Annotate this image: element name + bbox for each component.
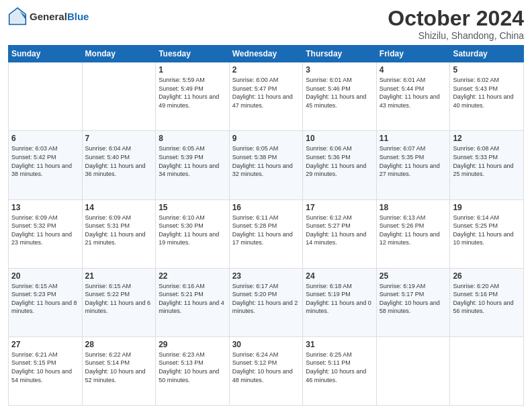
sunrise-text: Sunrise: 6:14 AM [453,214,521,222]
sunset-text: Sunset: 5:39 PM [159,153,226,162]
col-friday: Friday [376,46,450,62]
day-number: 13 [11,203,79,212]
daylight-text: Daylight: 10 hours and 52 minutes. [85,367,153,384]
sunrise-text: Sunrise: 6:11 AM [232,214,300,222]
logo: General Blue [8,7,89,26]
sunrise-text: Sunrise: 6:13 AM [380,214,447,222]
col-monday: Monday [82,46,156,62]
table-row: 25Sunrise: 6:19 AMSunset: 5:17 PMDayligh… [376,268,450,336]
sunrise-text: Sunrise: 6:04 AM [85,144,153,153]
sunset-text: Sunset: 5:43 PM [453,85,521,93]
table-row [450,336,524,405]
day-number: 28 [85,340,153,349]
cell-content: Sunrise: 6:19 AMSunset: 5:17 PMDaylight:… [380,282,447,316]
table-row: 19Sunrise: 6:14 AMSunset: 5:25 PMDayligh… [450,199,524,268]
sunset-text: Sunset: 5:20 PM [232,290,300,299]
table-row [9,62,83,131]
sunrise-text: Sunrise: 6:12 AM [306,214,373,222]
daylight-text: Daylight: 10 hours and 56 minutes. [453,299,521,316]
location: Shizilu, Shandong, China [388,30,524,41]
cell-content: Sunrise: 6:18 AMSunset: 5:19 PMDaylight:… [306,282,373,316]
daylight-text: Daylight: 11 hours and 0 minutes. [306,299,373,316]
day-number: 3 [306,65,373,75]
table-row: 24Sunrise: 6:18 AMSunset: 5:19 PMDayligh… [303,268,377,336]
sunset-text: Sunset: 5:49 PM [159,85,226,93]
day-number: 20 [11,271,79,281]
sunset-text: Sunset: 5:38 PM [232,153,300,162]
daylight-text: Daylight: 11 hours and 25 minutes. [453,162,521,179]
sunrise-text: Sunrise: 6:06 AM [306,144,373,153]
title-block: October 2024 Shizilu, Shandong, China [388,7,524,41]
table-row: 18Sunrise: 6:13 AMSunset: 5:26 PMDayligh… [376,199,450,268]
daylight-text: Daylight: 11 hours and 36 minutes. [85,162,153,179]
sunset-text: Sunset: 5:12 PM [232,359,300,367]
daylight-text: Daylight: 10 hours and 54 minutes. [11,367,79,384]
day-number: 1 [159,65,226,75]
cell-content: Sunrise: 6:09 AMSunset: 5:31 PMDaylight:… [85,214,153,247]
day-number: 21 [85,271,153,281]
table-row: 11Sunrise: 6:07 AMSunset: 5:35 PMDayligh… [376,131,450,199]
table-row: 31Sunrise: 6:25 AMSunset: 5:11 PMDayligh… [303,336,377,405]
sunrise-text: Sunrise: 6:09 AM [11,214,79,222]
cell-content: Sunrise: 6:06 AMSunset: 5:36 PMDaylight:… [306,144,373,178]
daylight-text: Daylight: 11 hours and 49 minutes. [159,93,226,109]
table-row: 3Sunrise: 6:01 AMSunset: 5:46 PMDaylight… [303,62,377,131]
table-row: 7Sunrise: 6:04 AMSunset: 5:40 PMDaylight… [82,131,156,199]
sunrise-text: Sunrise: 6:15 AM [85,282,153,291]
daylight-text: Daylight: 11 hours and 17 minutes. [232,230,300,247]
calendar-table: Sunday Monday Tuesday Wednesday Thursday… [8,45,524,406]
sunset-text: Sunset: 5:22 PM [85,290,153,299]
daylight-text: Daylight: 10 hours and 48 minutes. [232,367,300,384]
sunrise-text: Sunrise: 6:01 AM [380,76,447,85]
sunset-text: Sunset: 5:25 PM [453,222,521,230]
day-number: 29 [159,340,226,349]
daylight-text: Daylight: 10 hours and 50 minutes. [159,367,226,384]
table-row: 16Sunrise: 6:11 AMSunset: 5:28 PMDayligh… [229,199,303,268]
table-row: 8Sunrise: 6:05 AMSunset: 5:39 PMDaylight… [156,131,230,199]
cell-content: Sunrise: 6:09 AMSunset: 5:32 PMDaylight:… [11,214,79,247]
day-number: 15 [159,203,226,212]
cell-content: Sunrise: 6:08 AMSunset: 5:33 PMDaylight:… [453,144,521,178]
table-row: 20Sunrise: 6:15 AMSunset: 5:23 PMDayligh… [9,268,83,336]
sunrise-text: Sunrise: 6:05 AM [159,144,226,153]
day-number: 9 [232,134,300,143]
logo-general: General [30,11,67,22]
table-row: 29Sunrise: 6:23 AMSunset: 5:13 PMDayligh… [156,336,230,405]
cell-content: Sunrise: 6:04 AMSunset: 5:40 PMDaylight:… [85,144,153,178]
day-number: 6 [11,134,79,143]
table-row: 9Sunrise: 6:05 AMSunset: 5:38 PMDaylight… [229,131,303,199]
day-number: 2 [232,65,300,75]
table-row: 17Sunrise: 6:12 AMSunset: 5:27 PMDayligh… [303,199,377,268]
daylight-text: Daylight: 11 hours and 45 minutes. [306,93,373,109]
day-number: 16 [232,203,300,212]
calendar-header-row: Sunday Monday Tuesday Wednesday Thursday… [9,46,524,62]
daylight-text: Daylight: 11 hours and 6 minutes. [85,299,153,316]
daylight-text: Daylight: 10 hours and 46 minutes. [306,367,373,384]
cell-content: Sunrise: 6:12 AMSunset: 5:27 PMDaylight:… [306,214,373,247]
day-number: 4 [380,65,447,75]
daylight-text: Daylight: 11 hours and 4 minutes. [159,299,226,316]
col-thursday: Thursday [303,46,377,62]
cell-content: Sunrise: 6:14 AMSunset: 5:25 PMDaylight:… [453,214,521,247]
day-number: 22 [159,271,226,281]
cell-content: Sunrise: 6:02 AMSunset: 5:43 PMDaylight:… [453,76,521,109]
day-number: 23 [232,271,300,281]
table-row [82,62,156,131]
cell-content: Sunrise: 6:05 AMSunset: 5:38 PMDaylight:… [232,144,300,178]
calendar-week-3: 20Sunrise: 6:15 AMSunset: 5:23 PMDayligh… [9,268,524,336]
sunrise-text: Sunrise: 6:10 AM [159,214,226,222]
sunrise-text: Sunrise: 6:01 AM [306,76,373,85]
cell-content: Sunrise: 6:03 AMSunset: 5:42 PMDaylight:… [11,144,79,178]
cell-content: Sunrise: 6:23 AMSunset: 5:13 PMDaylight:… [159,351,226,384]
day-number: 7 [85,134,153,143]
sunset-text: Sunset: 5:28 PM [232,222,300,230]
table-row: 6Sunrise: 6:03 AMSunset: 5:42 PMDaylight… [9,131,83,199]
cell-content: Sunrise: 6:17 AMSunset: 5:20 PMDaylight:… [232,282,300,316]
sunrise-text: Sunrise: 6:00 AM [232,76,300,85]
cell-content: Sunrise: 6:13 AMSunset: 5:26 PMDaylight:… [380,214,447,247]
table-row: 12Sunrise: 6:08 AMSunset: 5:33 PMDayligh… [450,131,524,199]
cell-content: Sunrise: 6:10 AMSunset: 5:30 PMDaylight:… [159,214,226,247]
col-wednesday: Wednesday [229,46,303,62]
sunrise-text: Sunrise: 6:24 AM [232,351,300,359]
cell-content: Sunrise: 6:01 AMSunset: 5:44 PMDaylight:… [380,76,447,109]
